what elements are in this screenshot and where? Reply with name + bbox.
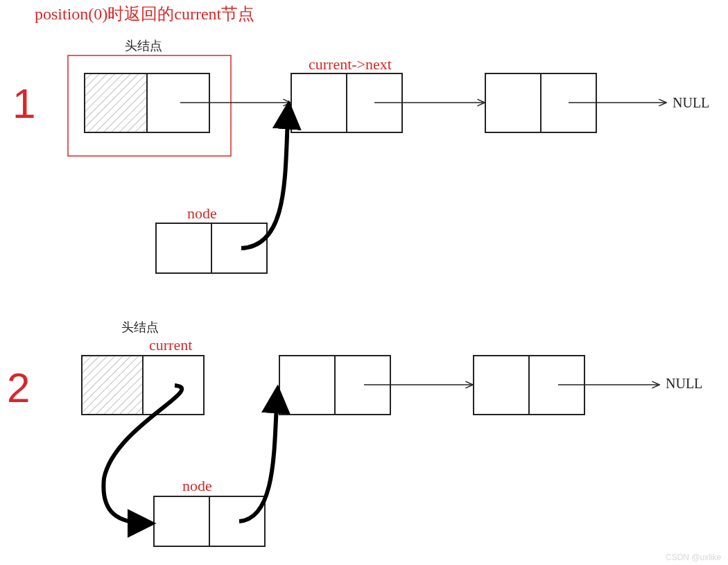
svg-rect-8 [211, 223, 267, 273]
arrow-newnode-to-next-d2 [239, 392, 277, 521]
null-label-1: NULL [673, 95, 709, 110]
node-label-2: node [182, 477, 212, 494]
head-node-2 [82, 356, 204, 415]
title-text: position(0)时返回的current节点 [35, 5, 254, 23]
current-label-2: current [149, 336, 192, 354]
current-next-label: current->next [309, 55, 392, 73]
svg-rect-9 [82, 356, 143, 415]
svg-rect-11 [279, 356, 335, 415]
new-node-2 [154, 496, 265, 546]
arrow-newnode-to-next-d1 [241, 107, 288, 248]
null-label-2: NULL [666, 376, 702, 391]
svg-rect-1 [85, 73, 147, 132]
diagram-canvas: position(0)时返回的current节点 1 头结点 current->… [0, 0, 728, 565]
diagram-2: 2 头结点 current NULL node [7, 320, 702, 546]
head-label-1: 头结点 [125, 39, 162, 53]
svg-rect-5 [485, 73, 541, 132]
svg-rect-15 [154, 496, 209, 546]
step-2-number: 2 [7, 365, 30, 411]
svg-rect-16 [209, 496, 265, 546]
head-label-2: 头结点 [121, 320, 159, 334]
svg-rect-7 [156, 223, 211, 273]
watermark: CSDN @uxlike [666, 553, 722, 562]
svg-rect-3 [291, 73, 347, 132]
svg-rect-10 [143, 356, 204, 415]
node-label-1: node [187, 205, 217, 222]
svg-rect-13 [474, 356, 529, 415]
step-1-number: 1 [12, 80, 35, 127]
diagram-1: 1 头结点 current->next NULL node [12, 39, 709, 273]
